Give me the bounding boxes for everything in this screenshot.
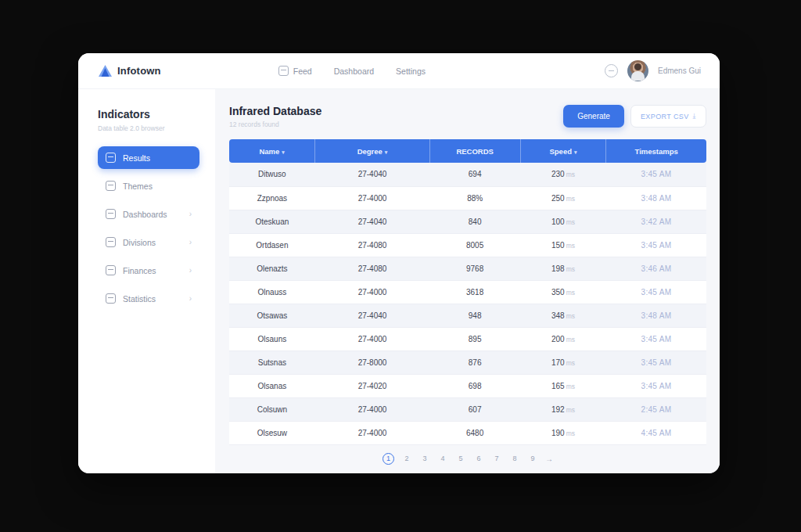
table-row[interactable]: Olsesuw27-40006480190ms4:45 AM [229, 421, 706, 444]
table-row[interactable]: Otsawas27-4040948348ms3:48 AM [229, 304, 706, 327]
speed-unit: ms [566, 312, 575, 320]
nav-item-feed[interactable]: Feed [278, 66, 312, 76]
page-button-9[interactable]: 9 [527, 453, 538, 464]
page-button-8[interactable]: 8 [509, 453, 520, 464]
cell-speed: 192ms [520, 397, 606, 421]
table-row[interactable]: Oteskuan27-4040840100ms3:42 AM [229, 210, 706, 233]
table-row[interactable]: Olenazts27-40809768198ms3:46 AM [229, 257, 706, 280]
cell-degree: 27-4000 [315, 280, 429, 304]
table-row[interactable]: Zzpnoas27-400088%250ms3:48 AM [229, 186, 706, 210]
brand-name: Infotown [117, 65, 161, 77]
table-row[interactable]: Ditwuso27-4040694230ms3:45 AM [229, 163, 706, 186]
cell-name: Colsuwn [229, 397, 315, 421]
cell-name: Ortdasen [229, 233, 315, 257]
column-header-degree[interactable]: Degree▾ [315, 139, 429, 163]
nav-item-label: Dashboard [334, 66, 374, 76]
sort-arrow-icon: ▾ [574, 149, 577, 155]
column-label: RECORDS [456, 147, 494, 156]
cell-name: Otsawas [229, 304, 315, 327]
cell-speed: 350ms [520, 280, 606, 304]
user-name: Edmens Gui [658, 66, 701, 75]
cell-timestamp: 3:45 AM [606, 280, 706, 304]
column-label: Speed [549, 147, 572, 156]
pagination: 123456789→ [229, 453, 706, 465]
cell-degree: 27-4000 [315, 327, 429, 350]
main-header: Infrared Database 12 records found Gener… [229, 105, 706, 128]
sidebar-item-label: Divisions [123, 238, 156, 247]
cell-records: 895 [429, 327, 520, 350]
cell-speed: 150ms [520, 233, 606, 257]
cell-records: 6480 [429, 421, 520, 444]
cell-records: 88% [429, 186, 520, 210]
cell-speed: 100ms [520, 210, 606, 233]
generate-button[interactable]: Generate [563, 105, 624, 128]
sidebar-item-themes[interactable]: Themes [98, 174, 199, 197]
nav-item-label: Feed [293, 66, 312, 76]
table-row[interactable]: Olsauns27-4000895200ms3:45 AM [229, 327, 706, 350]
page-button-7[interactable]: 7 [491, 453, 502, 464]
sidebar-item-dashboards[interactable]: Dashboards› [98, 203, 199, 225]
cell-records: 876 [429, 350, 520, 374]
cell-degree: 27-4040 [315, 163, 429, 186]
cell-timestamp: 3:46 AM [606, 257, 706, 280]
cell-name: Olenazts [229, 257, 315, 280]
sort-arrow-icon: ▾ [282, 149, 285, 155]
cell-records: 607 [429, 397, 520, 421]
table-row[interactable]: Olnauss27-40003618350ms3:45 AM [229, 280, 706, 304]
cell-records: 840 [429, 210, 520, 233]
speed-unit: ms [566, 218, 575, 226]
cell-degree: 27-4000 [315, 397, 429, 421]
page-button-1[interactable]: 1 [383, 453, 394, 465]
help-icon[interactable] [605, 64, 618, 77]
table-row[interactable]: Sutsnas27-8000876170ms3:45 AM [229, 350, 706, 374]
page-button-3[interactable]: 3 [419, 453, 430, 464]
table-row[interactable]: Colsuwn27-4000607192ms2:45 AM [229, 397, 706, 421]
export-button[interactable]: EXPORT CSV ⤓ [630, 105, 706, 128]
cell-records: 698 [429, 374, 520, 397]
cell-timestamp: 3:48 AM [606, 186, 706, 210]
cell-degree: 27-4040 [315, 210, 429, 233]
cell-name: Olsanas [229, 374, 315, 397]
sidebar-item-label: Statistics [123, 294, 156, 304]
cell-degree: 27-4000 [315, 186, 429, 210]
next-page-icon[interactable]: → [545, 455, 553, 463]
page-button-2[interactable]: 2 [401, 453, 412, 464]
cell-degree: 27-4000 [315, 421, 429, 444]
cell-timestamp: 2:45 AM [606, 397, 706, 421]
layers-icon [106, 237, 116, 247]
cell-records: 694 [429, 163, 520, 186]
column-header-records[interactable]: RECORDS [429, 139, 520, 163]
sidebar-item-divisions[interactable]: Divisions› [98, 231, 199, 253]
cell-speed: 165ms [520, 374, 606, 397]
cell-timestamp: 4:45 AM [606, 421, 706, 444]
column-header-speed[interactable]: Speed▾ [520, 139, 606, 163]
column-header-name[interactable]: Name▾ [229, 139, 315, 163]
speed-unit: ms [566, 242, 575, 250]
nav-item-label: Settings [396, 66, 426, 76]
speed-unit: ms [566, 430, 575, 437]
page-button-6[interactable]: 6 [473, 453, 484, 464]
brand-logo[interactable]: Infotown [99, 65, 161, 77]
table-header-row: Name▾Degree▾RECORDSSpeed▾Timestamps [229, 139, 706, 163]
sidebar-item-finances[interactable]: Finances› [98, 259, 199, 282]
column-header-timestamps[interactable]: Timestamps [606, 139, 706, 163]
nav-item-dashboard[interactable]: Dashboard [334, 66, 374, 76]
sidebar: Indicators Data table 2.0 browser Result… [78, 89, 215, 473]
speed-unit: ms [566, 336, 575, 343]
table-row[interactable]: Olsanas27-4020698165ms3:45 AM [229, 374, 706, 397]
image-icon [106, 181, 116, 191]
page-button-5[interactable]: 5 [455, 453, 466, 464]
cell-degree: 27-4020 [315, 374, 429, 397]
cell-speed: 198ms [520, 257, 606, 280]
export-button-label: EXPORT CSV [641, 113, 689, 120]
top-bar: Infotown Feed Dashboard Settings Edmens … [78, 53, 720, 89]
cell-degree: 27-4080 [315, 233, 429, 257]
sidebar-item-results[interactable]: Results [98, 146, 199, 169]
table-row[interactable]: Ortdasen27-40808005150ms3:45 AM [229, 233, 706, 257]
cell-timestamp: 3:45 AM [606, 327, 706, 350]
sidebar-item-statistics[interactable]: Statistics› [98, 287, 199, 310]
cell-speed: 170ms [520, 350, 606, 374]
nav-item-settings[interactable]: Settings [396, 66, 426, 76]
user-avatar[interactable] [627, 60, 648, 81]
page-button-4[interactable]: 4 [437, 453, 448, 464]
